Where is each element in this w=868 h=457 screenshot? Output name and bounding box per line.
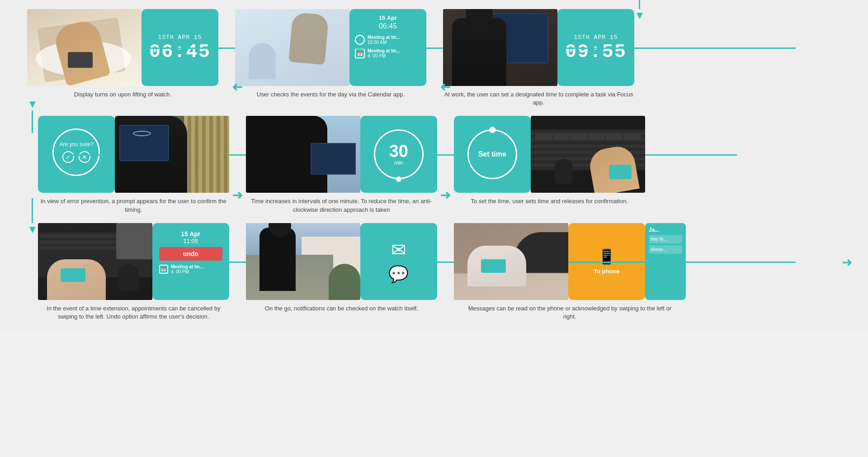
step5-caption: Time increases in intervals of one minut…	[246, 197, 437, 214]
step1-block: 15TH APR 15 06:45 Display turns on upon …	[27, 9, 218, 99]
step7-undo-bar[interactable]: undo	[159, 247, 222, 261]
arrow6: ➜	[437, 187, 454, 203]
confirm-circle: Are you sure? ✓ ✕	[52, 129, 100, 176]
row1: 15TH APR 15 06:45 Display turns on upon …	[27, 9, 841, 107]
step9-photo	[454, 223, 568, 300]
step5-block: 30 min Time increases in intervals of on…	[246, 116, 437, 214]
step6-photo	[531, 116, 645, 193]
step8-block: ✉ 💬 On the go, notifications can be chec…	[246, 223, 437, 313]
email-icon: ✉	[391, 241, 406, 259]
step4-photo	[115, 116, 229, 193]
step1-time: 06:45	[149, 43, 211, 62]
step5-visuals: 30 min	[246, 116, 437, 193]
step2-photo	[235, 9, 349, 86]
arrow7: ➜	[842, 255, 852, 270]
step6-caption: To set the time, user sets time and rele…	[471, 197, 628, 205]
timer-number: 30	[389, 143, 408, 160]
step7-event-label: Meeting at Im...	[171, 264, 203, 269]
msg-text1: Hey th...	[649, 235, 682, 243]
message-icon: 💬	[388, 266, 409, 282]
step7-cal-date: 15 Apr	[181, 230, 200, 238]
main-layout: 15TH APR 15 06:45 Display turns on upon …	[0, 0, 868, 330]
event1-label: Meeting at Im...	[368, 35, 421, 40]
step9-block: 📱 To phone Ja... Hey th... dinner... ➜ M…	[454, 223, 686, 321]
confirm-check[interactable]: ✓	[62, 151, 74, 163]
step4-caption: In view of error prevention, a prompt ap…	[38, 197, 229, 214]
set-time-circle: Set time	[467, 129, 517, 179]
timer-container: 30 min	[374, 129, 424, 179]
step1-photo	[27, 9, 142, 86]
event1-time: 10:00 AM	[368, 40, 421, 45]
event2-label: Meeting at Im...	[368, 48, 421, 53]
step7-block: 15 Apr 11:05 undo 📅 Meeting at Im... 4: …	[38, 223, 229, 321]
timer-circle: 30 min	[374, 129, 424, 179]
v-connector-left2: ▼	[27, 198, 38, 236]
step3-caption: At work, the user can set a designated t…	[443, 90, 634, 107]
to-phone-label: To phone	[594, 268, 620, 275]
step5-photo	[246, 116, 360, 193]
v-connector-left: ▼	[27, 98, 38, 133]
step7-event-icon: 📅	[159, 265, 168, 274]
step1-caption: Display turns on upon lifting of watch.	[74, 90, 171, 99]
arrow5: ➜	[229, 187, 246, 203]
step3-date: 15TH APR 15	[565, 34, 627, 41]
confirm-x[interactable]: ✕	[79, 151, 90, 163]
step2-cal-time: 06:45	[355, 22, 421, 30]
step2-cal-date: 15 Apr	[355, 14, 421, 21]
step7-cal-time: 11:05	[183, 238, 198, 244]
step7-event-time: 4: 00 PM	[171, 269, 203, 274]
set-time-label: Set time	[478, 150, 506, 158]
step4-block: Are you sure? ✓ ✕	[38, 116, 229, 214]
step6-visuals: Set time	[454, 116, 645, 193]
event2-time: 4: 00 PM	[368, 53, 421, 58]
step6-block: Set time	[454, 116, 645, 205]
v-connector-right: ▼	[634, 0, 645, 22]
step3-time: 09:55	[565, 43, 627, 62]
step7-photo	[38, 223, 152, 300]
step3-block: 15TH APR 15 09:55 At work, the user can …	[443, 9, 634, 107]
set-time-container: Set time	[467, 129, 517, 179]
event2-icon: 📅	[355, 48, 365, 58]
step8-photo	[246, 223, 360, 300]
timer-unit: min	[394, 160, 403, 166]
arrow3: ➜	[229, 80, 246, 95]
set-time-dot	[489, 127, 495, 133]
msg-text2: dinner...	[649, 245, 682, 254]
step9-caption: Messages can be read on the phone or ack…	[468, 305, 671, 321]
row2: ▼ Are you sure? ✓ ✕	[27, 116, 841, 214]
step3-photo	[443, 9, 557, 86]
timer-dot	[396, 176, 401, 182]
confirm-buttons: ✓ ✕	[62, 151, 90, 163]
step2-caption: User checks the events for the day via t…	[257, 90, 405, 99]
arrow4: ➜	[437, 80, 454, 95]
msg-sender: Ja...	[649, 227, 682, 233]
row3: ▼	[27, 223, 841, 321]
step8-caption: On the go, notifications can be checked …	[265, 305, 418, 313]
step2-block: 15 Apr 06:45 Meeting at Im... 10:00 AM	[235, 9, 426, 99]
event1-dot	[355, 35, 365, 45]
step1-date: 15TH APR 15	[149, 34, 211, 41]
step7-caption: In the event of a time extension, appoin…	[38, 305, 229, 321]
confirm-text: Are you sure?	[59, 141, 93, 148]
